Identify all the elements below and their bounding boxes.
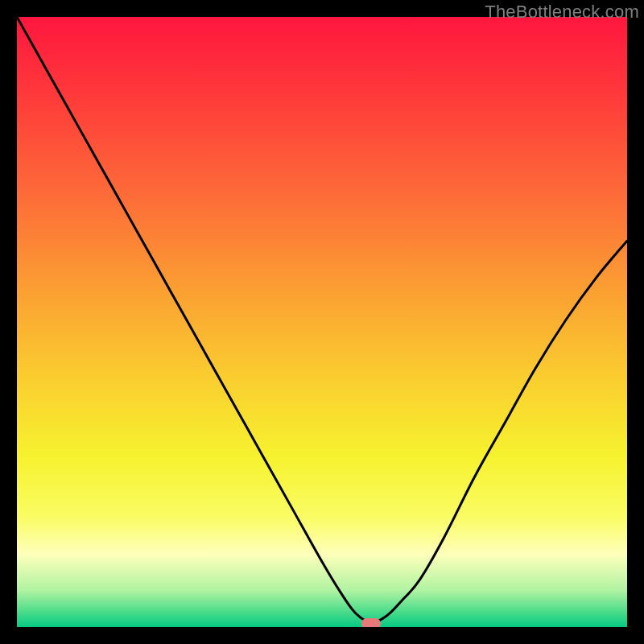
- watermark-text: TheBottleneck.com: [485, 2, 639, 23]
- svg-rect-0: [17, 17, 627, 627]
- background-gradient: [17, 17, 627, 627]
- chart-frame: TheBottleneck.com: [0, 0, 644, 644]
- plot-area: [17, 17, 627, 627]
- optimal-marker: [361, 618, 381, 627]
